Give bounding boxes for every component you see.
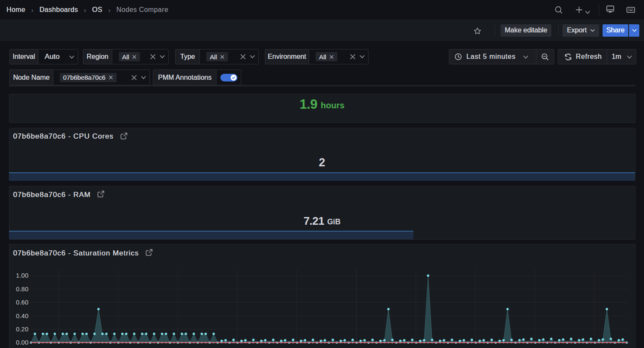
svg-text:0.00: 0.00 bbox=[16, 339, 28, 346]
svg-text:0.60: 0.60 bbox=[16, 299, 28, 306]
svg-text:0.40: 0.40 bbox=[16, 312, 28, 319]
svg-text:0.80: 0.80 bbox=[16, 285, 28, 292]
svg-text:1.00: 1.00 bbox=[16, 272, 28, 279]
svg-text:0.20: 0.20 bbox=[16, 325, 28, 333]
